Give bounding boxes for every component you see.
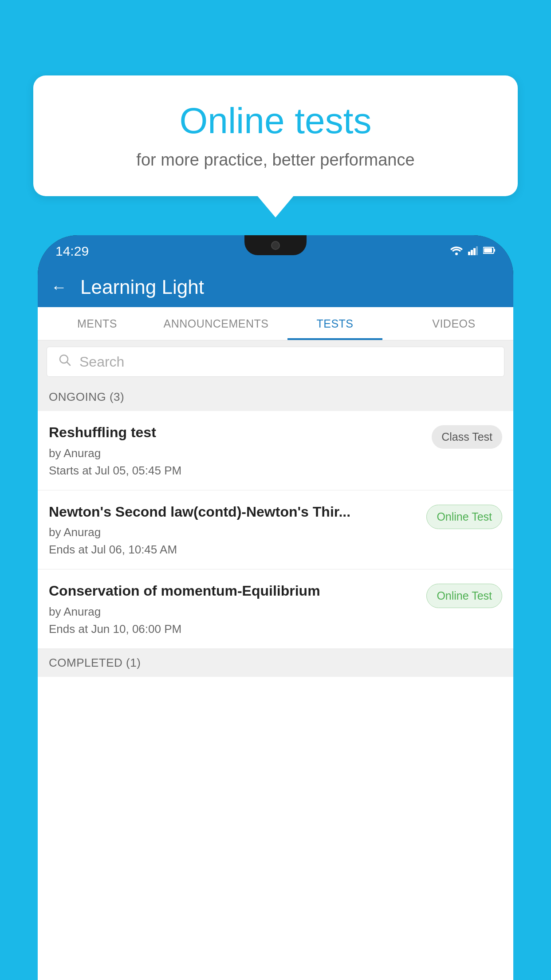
- test-info-reshuffling: Reshuffling test by Anurag Starts at Jul…: [49, 423, 432, 478]
- status-bar: 14:29: [38, 235, 513, 267]
- tab-ments[interactable]: MENTS: [38, 307, 157, 340]
- svg-rect-6: [494, 249, 495, 252]
- search-bar-container: Search: [38, 340, 513, 383]
- back-button[interactable]: ←: [51, 278, 67, 296]
- test-author-conservation: by Anurag: [49, 605, 417, 619]
- test-name-reshuffling: Reshuffling test: [49, 423, 423, 442]
- bubble-title: Online tests: [60, 100, 491, 142]
- app-header: ← Learning Light: [38, 267, 513, 307]
- test-badge-newtons: Online Test: [426, 505, 502, 529]
- camera: [271, 241, 280, 250]
- svg-point-0: [455, 253, 458, 255]
- test-item-reshuffling[interactable]: Reshuffling test by Anurag Starts at Jul…: [38, 411, 513, 490]
- tabs-bar: MENTS ANNOUNCEMENTS TESTS VIDEOS: [38, 307, 513, 340]
- search-placeholder: Search: [79, 354, 124, 370]
- tab-videos[interactable]: VIDEOS: [394, 307, 513, 340]
- test-name-conservation: Conservation of momentum-Equilibrium: [49, 582, 417, 601]
- test-author-newtons: by Anurag: [49, 526, 417, 539]
- section-ongoing: ONGOING (3): [38, 383, 513, 411]
- status-icons: [450, 245, 496, 257]
- svg-rect-4: [476, 246, 478, 255]
- test-item-newtons[interactable]: Newton's Second law(contd)-Newton's Thir…: [38, 490, 513, 570]
- test-badge-conservation: Online Test: [426, 584, 502, 608]
- phone-frame: 14:29: [38, 235, 513, 980]
- notch: [244, 235, 307, 255]
- test-date-newtons: Ends at Jul 06, 10:45 AM: [49, 543, 417, 557]
- test-name-newtons: Newton's Second law(contd)-Newton's Thir…: [49, 503, 417, 522]
- svg-rect-7: [484, 248, 492, 253]
- section-completed: COMPLETED (1): [38, 649, 513, 677]
- svg-rect-1: [468, 252, 470, 255]
- svg-rect-2: [471, 250, 473, 255]
- app-title: Learning Light: [80, 276, 204, 298]
- tab-announcements[interactable]: ANNOUNCEMENTS: [157, 307, 276, 340]
- test-date-conservation: Ends at Jun 10, 06:00 PM: [49, 622, 417, 636]
- svg-line-9: [67, 362, 70, 365]
- test-author-reshuffling: by Anurag: [49, 447, 423, 460]
- battery-icon: [483, 246, 496, 256]
- bubble-subtitle: for more practice, better performance: [60, 150, 491, 170]
- status-time: 14:29: [55, 244, 89, 259]
- phone-screen: MENTS ANNOUNCEMENTS TESTS VIDEOS: [38, 307, 513, 980]
- speech-bubble: Online tests for more practice, better p…: [33, 75, 518, 196]
- test-info-conservation: Conservation of momentum-Equilibrium by …: [49, 582, 426, 636]
- test-item-conservation[interactable]: Conservation of momentum-Equilibrium by …: [38, 569, 513, 649]
- search-icon: [58, 353, 71, 370]
- svg-rect-3: [473, 248, 476, 255]
- signal-icon: [468, 245, 478, 257]
- wifi-icon: [450, 245, 463, 257]
- test-info-newtons: Newton's Second law(contd)-Newton's Thir…: [49, 503, 426, 557]
- search-input[interactable]: Search: [47, 347, 504, 377]
- tab-tests[interactable]: TESTS: [276, 307, 394, 340]
- test-date-reshuffling: Starts at Jul 05, 05:45 PM: [49, 464, 423, 478]
- test-badge-reshuffling: Class Test: [432, 425, 502, 449]
